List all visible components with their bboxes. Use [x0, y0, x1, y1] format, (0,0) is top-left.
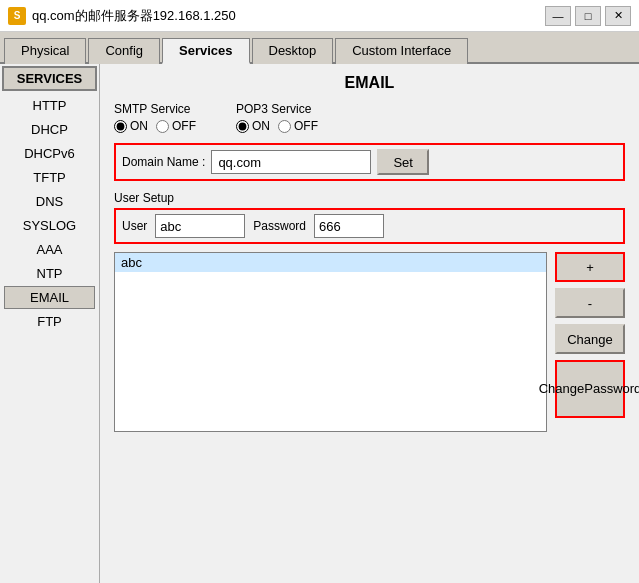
sidebar-item-email[interactable]: EMAIL	[4, 286, 95, 309]
sidebar-item-ftp[interactable]: FTP	[4, 310, 95, 333]
user-list-item[interactable]: abc	[115, 253, 546, 272]
maximize-button[interactable]: □	[575, 6, 601, 26]
password-input[interactable]	[314, 214, 384, 238]
pop3-service-group: POP3 Service ON OFF	[236, 102, 318, 133]
pop3-on-label[interactable]: ON	[236, 119, 270, 133]
pop3-label: POP3 Service	[236, 102, 318, 116]
sidebar-item-dhcpv6[interactable]: DHCPv6	[4, 142, 95, 165]
main-content: SERVICES HTTP DHCP DHCPv6 TFTP DNS SYSLO…	[0, 64, 639, 583]
smtp-service-group: SMTP Service ON OFF	[114, 102, 196, 133]
smtp-radio-row: ON OFF	[114, 119, 196, 133]
change-button[interactable]: Change	[555, 324, 625, 354]
tab-config[interactable]: Config	[88, 38, 160, 64]
title-bar: S qq.com的邮件服务器192.168.1.250 — □ ✕	[0, 0, 639, 32]
window-controls: — □ ✕	[545, 6, 631, 26]
sidebar-item-syslog[interactable]: SYSLOG	[4, 214, 95, 237]
smtp-on-text: ON	[130, 119, 148, 133]
sidebar-header: SERVICES	[2, 66, 97, 91]
password-label: Password	[253, 219, 306, 233]
smtp-off-label[interactable]: OFF	[156, 119, 196, 133]
domain-name-label: Domain Name :	[122, 155, 205, 169]
change-password-button[interactable]: Change Password	[555, 360, 625, 418]
section-title: EMAIL	[114, 74, 625, 92]
service-toggle-row: SMTP Service ON OFF POP3 Service	[114, 102, 625, 133]
title-bar-left: S qq.com的邮件服务器192.168.1.250	[8, 7, 236, 25]
sidebar: SERVICES HTTP DHCP DHCPv6 TFTP DNS SYSLO…	[0, 64, 100, 583]
pop3-off-label[interactable]: OFF	[278, 119, 318, 133]
sidebar-item-aaa[interactable]: AAA	[4, 238, 95, 261]
pop3-off-radio[interactable]	[278, 120, 291, 133]
user-setup-row: User Password	[114, 208, 625, 244]
app-icon: S	[8, 7, 26, 25]
domain-name-input[interactable]	[211, 150, 371, 174]
sidebar-item-dhcp[interactable]: DHCP	[4, 118, 95, 141]
tab-services[interactable]: Services	[162, 38, 250, 64]
sidebar-item-ntp[interactable]: NTP	[4, 262, 95, 285]
tab-physical[interactable]: Physical	[4, 38, 86, 64]
add-user-button[interactable]: +	[555, 252, 625, 282]
smtp-off-radio[interactable]	[156, 120, 169, 133]
smtp-on-label[interactable]: ON	[114, 119, 148, 133]
sidebar-item-http[interactable]: HTTP	[4, 94, 95, 117]
tab-custom-interface[interactable]: Custom Interface	[335, 38, 468, 64]
tab-desktop[interactable]: Desktop	[252, 38, 334, 64]
list-area: abc + - Change Change Password	[114, 252, 625, 432]
domain-row: Domain Name : Set	[114, 143, 625, 181]
sidebar-item-tftp[interactable]: TFTP	[4, 166, 95, 189]
set-button[interactable]: Set	[377, 149, 429, 175]
user-list: abc	[114, 252, 547, 432]
user-setup-label: User Setup	[114, 191, 625, 205]
smtp-off-text: OFF	[172, 119, 196, 133]
pop3-off-text: OFF	[294, 119, 318, 133]
sidebar-item-dns[interactable]: DNS	[4, 190, 95, 213]
minimize-button[interactable]: —	[545, 6, 571, 26]
content-area: EMAIL SMTP Service ON OFF POP3 Service	[100, 64, 639, 583]
tab-bar: Physical Config Services Desktop Custom …	[0, 32, 639, 64]
sidebar-scroll: HTTP DHCP DHCPv6 TFTP DNS SYSLOG AAA NTP…	[2, 93, 97, 581]
smtp-label: SMTP Service	[114, 102, 196, 116]
smtp-on-radio[interactable]	[114, 120, 127, 133]
user-label: User	[122, 219, 147, 233]
window-title: qq.com的邮件服务器192.168.1.250	[32, 7, 236, 25]
pop3-on-radio[interactable]	[236, 120, 249, 133]
remove-user-button[interactable]: -	[555, 288, 625, 318]
close-button[interactable]: ✕	[605, 6, 631, 26]
pop3-radio-row: ON OFF	[236, 119, 318, 133]
pop3-on-text: ON	[252, 119, 270, 133]
user-input[interactable]	[155, 214, 245, 238]
list-buttons: + - Change Change Password	[555, 252, 625, 432]
